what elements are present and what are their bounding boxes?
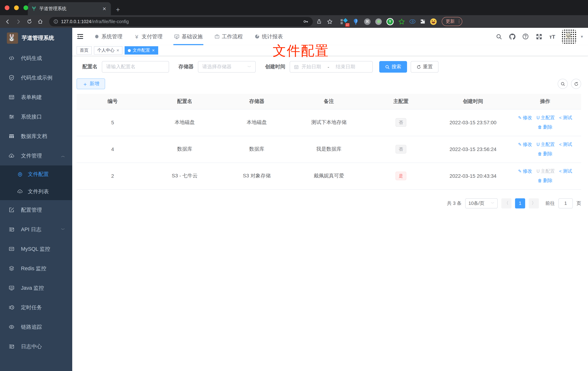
next-page-button[interactable]: 〉 <box>529 198 539 208</box>
sidebar-item-redis-monitor[interactable]: Redis 监控 <box>0 259 72 278</box>
edit-icon: ✎ <box>518 115 522 120</box>
extension-grid-diamond-icon[interactable]: 11 <box>340 18 347 25</box>
extensions-puzzle-icon[interactable] <box>420 19 425 24</box>
reload-icon[interactable] <box>25 17 34 26</box>
window-minimize-button[interactable] <box>14 5 19 10</box>
sidebar-logo[interactable]: 芋道管理系统 <box>0 28 72 48</box>
sidebar-item-api-log[interactable]: API 日志 ﹀ <box>0 220 72 239</box>
prev-page-button[interactable]: 〈 <box>501 198 511 208</box>
home-icon[interactable] <box>35 17 45 26</box>
sidebar-item-scheduled-tasks[interactable]: 定时任务 <box>0 298 72 317</box>
share-icon: < <box>559 142 562 147</box>
storage-select[interactable]: 请选择存储器 ﹀ <box>198 61 256 73</box>
fullscreen-icon[interactable] <box>535 33 543 40</box>
extension-green-dot-icon[interactable] <box>375 18 382 25</box>
sidebar-item-file-config[interactable]: 文件配置 <box>0 165 72 183</box>
url-bar[interactable]: 127.0.0.1:1024/infra/file/file-config <box>49 17 313 26</box>
sidebar-item-db-doc[interactable]: 数据库文档 <box>0 127 72 146</box>
extension-balloon-icon[interactable] <box>352 18 359 25</box>
delete-action[interactable]: 🗑删除 <box>538 124 552 130</box>
help-icon[interactable] <box>522 33 529 40</box>
sidebar-item-form-builder[interactable]: 表单构建 <box>0 87 72 107</box>
sidebar-item-tracing[interactable]: 链路追踪 <box>0 317 72 337</box>
nav-item-workflow[interactable]: 工作流程 <box>210 28 247 45</box>
edit-action[interactable]: ✎修改 <box>518 115 532 121</box>
extension-eye-icon[interactable] <box>410 20 415 23</box>
col-name: 配置名 <box>149 94 221 109</box>
nav-item-infra[interactable]: 基础设施 <box>170 28 207 45</box>
master-action[interactable]: ᑌ主配置 <box>536 141 555 148</box>
nav-item-system[interactable]: 系统管理 <box>90 28 127 45</box>
edit-action[interactable]: ✎修改 <box>518 141 532 148</box>
current-page[interactable]: 1 <box>515 198 525 208</box>
sidebar-item-file-mgmt[interactable]: 文件管理 ︿ <box>0 146 72 165</box>
extension-command-icon[interactable]: ⌘ <box>364 18 371 25</box>
forward-icon[interactable] <box>14 17 23 26</box>
shield-check-icon <box>9 75 14 81</box>
master-action-disabled: ᑌ主配置 <box>536 168 555 174</box>
font-size-icon[interactable]: ᴛT <box>549 33 556 40</box>
sidebar-item-log-center[interactable]: 日志中心 <box>0 337 72 356</box>
password-key-icon[interactable] <box>303 19 308 24</box>
reset-button[interactable]: 重置 <box>411 61 439 73</box>
sidebar-item-system-api[interactable]: 系统接口 <box>0 107 72 127</box>
config-name-input[interactable]: 请输入配置名 <box>102 61 169 73</box>
test-action[interactable]: <测试 <box>559 141 572 148</box>
delete-action[interactable]: 🗑删除 <box>538 177 552 184</box>
browser-tab-strip: 芋道管理系统 ✕ + <box>0 0 588 15</box>
plus-icon: ＋ <box>82 81 88 86</box>
tag-profile[interactable]: 个人中心 ✕ <box>94 46 123 54</box>
avatar[interactable] <box>562 30 576 43</box>
sidebar-item-config-mgmt[interactable]: 配置管理 <box>0 200 72 220</box>
page-size-select[interactable]: 10条/页 ﹀ <box>465 198 498 208</box>
table-toolbar: ＋ 新增 <box>77 78 581 89</box>
sidebar-item-file-list[interactable]: 文件列表 <box>0 183 72 200</box>
favicon-leaf-icon <box>32 6 36 11</box>
master-badge: 否 <box>396 118 406 127</box>
window-controls[interactable] <box>5 5 28 10</box>
extension-emoji-icon[interactable] <box>430 18 437 25</box>
master-action[interactable]: ᑌ主配置 <box>536 115 555 121</box>
bookmark-star-icon[interactable] <box>325 17 335 26</box>
sidebar-item-code-demo[interactable]: 代码生成示例 <box>0 68 72 87</box>
extension-y-icon[interactable]: Y <box>387 18 394 25</box>
tag-home[interactable]: 首页 <box>77 46 92 54</box>
sidebar-collapse-icon[interactable] <box>75 32 85 42</box>
sidebar-item-mysql-monitor[interactable]: MySQL 监控 <box>0 239 72 259</box>
avatar-caret-icon[interactable]: ▼ <box>580 34 584 39</box>
close-icon[interactable]: ✕ <box>152 48 155 52</box>
share-icon[interactable] <box>314 17 324 26</box>
window-zoom-button[interactable] <box>23 5 28 10</box>
dashboard-icon <box>254 34 260 39</box>
sidebar-item-code-gen[interactable]: 代码生成 <box>0 48 72 68</box>
pagination: 共 3 条 10条/页 ﹀ 〈 1 〉 前往 1 页 <box>77 198 581 208</box>
close-icon[interactable]: ✕ <box>116 48 119 52</box>
show-search-button[interactable] <box>558 79 568 89</box>
extension-star-icon[interactable] <box>398 18 405 25</box>
github-icon[interactable] <box>509 33 516 40</box>
tag-file-config[interactable]: 文件配置 ✕ <box>125 46 158 54</box>
test-action[interactable]: <测试 <box>559 115 572 121</box>
test-action[interactable]: <测试 <box>559 168 572 174</box>
browser-tab[interactable]: 芋道管理系统 ✕ <box>28 2 111 15</box>
back-icon[interactable] <box>3 17 12 26</box>
nav-item-pay[interactable]: ¥ 支付管理 <box>130 28 167 45</box>
date-range-picker[interactable]: 开始日期 - 结束日期 <box>290 61 373 73</box>
browser-menu-kebab-icon[interactable]: ⋮ <box>457 21 460 22</box>
new-tab-button[interactable]: + <box>116 6 120 15</box>
search-button[interactable]: 搜索 <box>379 61 407 73</box>
tab-close-icon[interactable]: ✕ <box>102 6 107 11</box>
refresh-icon <box>416 64 421 69</box>
add-button[interactable]: ＋ 新增 <box>77 78 105 89</box>
window-close-button[interactable] <box>5 5 9 10</box>
refresh-table-button[interactable] <box>571 79 581 89</box>
edit-icon: ✎ <box>518 142 522 147</box>
delete-action[interactable]: 🗑删除 <box>538 151 552 157</box>
edit-action[interactable]: ✎修改 <box>518 168 532 174</box>
search-icon[interactable] <box>495 33 502 40</box>
goto-page-input[interactable]: 1 <box>558 198 573 208</box>
sidebar-item-java-monitor[interactable]: Java 监控 <box>0 278 72 298</box>
refresh-icon <box>574 82 578 86</box>
browser-update-button[interactable]: 更新 ⋮ <box>442 17 462 26</box>
table-icon <box>9 133 14 139</box>
